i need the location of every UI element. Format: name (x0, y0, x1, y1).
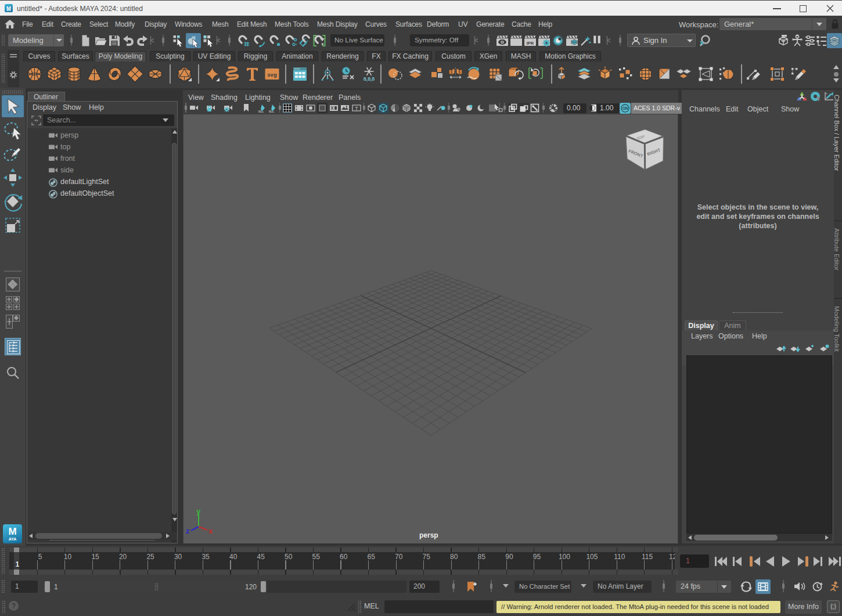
svg-text:x: x (208, 527, 213, 535)
svg-text:ON: ON (622, 106, 628, 110)
svg-text:0,0,0: 0,0,0 (364, 76, 375, 82)
svg-text:z: z (186, 527, 190, 535)
svg-text:svg: svg (267, 71, 277, 78)
svg-text:y: y (196, 507, 201, 516)
svg-text:IPR: IPR (527, 41, 534, 46)
svg-text:T: T (355, 106, 358, 111)
